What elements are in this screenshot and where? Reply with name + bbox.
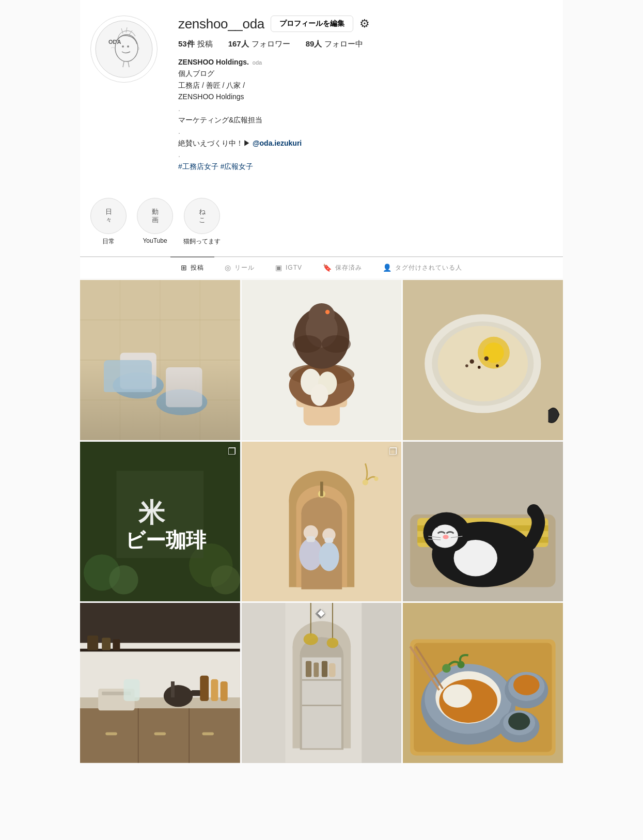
svg-point-147 <box>458 661 465 668</box>
svg-rect-99 <box>202 733 214 736</box>
svg-point-69 <box>319 542 339 571</box>
bio-dot2: . <box>178 126 553 137</box>
tab-tagged[interactable]: 👤 タグ付けされている人 <box>372 257 473 278</box>
grid-item-9[interactable] <box>403 603 563 763</box>
grid-item-2[interactable] <box>242 280 402 440</box>
svg-point-18 <box>156 389 208 415</box>
grid-item-1[interactable] <box>80 280 240 440</box>
highlight-label-nichijo: 日常 <box>102 237 115 246</box>
tab-reels-label: リール <box>234 263 255 272</box>
svg-rect-19 <box>120 353 156 389</box>
tab-tagged-label: タグ付けされている人 <box>395 263 462 272</box>
highlight-item-cat[interactable]: ねこ 猫飼ってます <box>183 198 221 246</box>
grid-icon: ⊞ <box>181 263 187 272</box>
svg-point-139 <box>443 685 472 708</box>
svg-rect-121 <box>302 705 341 706</box>
highlight-label-youtube: YouTube <box>143 237 167 244</box>
edit-profile-button[interactable]: プロフィールを編集 <box>271 15 353 32</box>
highlight-item-nichijo[interactable]: 日々 日常 <box>90 198 127 246</box>
svg-rect-72 <box>324 537 333 542</box>
diamond-post-icon-8: ◆ <box>318 607 325 618</box>
bio-hashtags[interactable]: #工務店女子 #広報女子 <box>178 162 253 170</box>
followers-count: 167人 <box>228 39 249 49</box>
bio-section: ZENSHOO Holdings. oda 個人ブログ 工務店 / 善匠 / 八… <box>178 56 553 172</box>
settings-icon[interactable]: ⚙ <box>359 17 370 30</box>
svg-text:ビー珈琲: ビー珈琲 <box>125 528 207 551</box>
svg-rect-108 <box>123 679 139 701</box>
svg-point-145 <box>508 713 530 730</box>
svg-point-43 <box>470 359 474 363</box>
svg-rect-66 <box>320 481 323 496</box>
username: zenshoo__oda <box>178 16 264 32</box>
svg-rect-103 <box>171 681 175 697</box>
svg-point-3 <box>122 45 124 48</box>
multi-post-icon-4: ❐ <box>228 446 236 457</box>
posts-label: 投稿 <box>197 39 213 49</box>
svg-point-142 <box>513 675 540 695</box>
highlight-circle-cat: ねこ <box>184 198 220 234</box>
svg-text:ODA: ODA <box>108 39 121 45</box>
bio-name-suffix: oda <box>253 59 262 66</box>
tab-posts[interactable]: ⊞ 投稿 <box>170 257 214 278</box>
svg-rect-92 <box>80 603 240 643</box>
svg-point-33 <box>325 310 330 314</box>
grid-item-4[interactable]: 米 ビー珈琲 ❐ <box>80 442 240 602</box>
posts-grid: 米 ビー珈琲 ❐ <box>80 280 563 763</box>
following-stat[interactable]: 89人 フォロー中 <box>306 39 364 49</box>
followers-stat[interactable]: 167人 フォロワー <box>228 39 290 49</box>
multi-post-icon-5: ❐ <box>389 446 397 457</box>
svg-point-44 <box>478 366 481 369</box>
avatar-container: ODA <box>90 15 158 83</box>
svg-rect-94 <box>80 708 240 763</box>
svg-rect-125 <box>329 663 336 677</box>
bio-link[interactable]: @oda.iezukuri <box>253 139 302 147</box>
highlight-item-youtube[interactable]: 動画 YouTube <box>137 198 173 246</box>
tab-saved[interactable]: 🔖 保存済み <box>312 257 372 278</box>
bio-line4: マーケティング&広報担当 <box>178 114 553 126</box>
svg-rect-104 <box>191 690 201 696</box>
reels-icon: ◎ <box>225 263 231 272</box>
tab-igtv[interactable]: ▣ IGTV <box>265 257 312 278</box>
svg-point-127 <box>303 633 318 645</box>
tab-reels[interactable]: ◎ リール <box>214 257 265 278</box>
svg-rect-131 <box>362 603 401 763</box>
bio-line3: ZENSHOO Holdings <box>178 91 553 102</box>
bio-line2: 工務店 / 善匠 / 八家 / <box>178 80 553 91</box>
svg-point-86 <box>443 535 449 539</box>
svg-rect-111 <box>102 638 111 650</box>
grid-item-6[interactable] <box>403 442 563 602</box>
svg-rect-110 <box>87 636 98 650</box>
grid-item-7[interactable] <box>80 603 240 763</box>
tab-igtv-label: IGTV <box>286 264 302 271</box>
svg-rect-71 <box>306 536 315 542</box>
svg-point-34 <box>292 335 321 353</box>
following-label: フォロー中 <box>324 39 363 49</box>
profile-section: ODA <box>80 0 563 193</box>
svg-point-50 <box>109 565 138 594</box>
svg-point-17 <box>113 372 164 399</box>
svg-rect-20 <box>166 367 202 407</box>
bio-line5: 絶賛いえづくり中！▶ <box>178 139 250 147</box>
svg-point-45 <box>484 356 489 361</box>
svg-point-129 <box>326 638 338 648</box>
svg-point-46 <box>496 364 499 367</box>
svg-rect-112 <box>113 640 120 650</box>
svg-rect-98 <box>105 733 117 736</box>
stats-row: 53件 投稿 167人 フォロワー 89人 フォロー中 <box>178 39 553 49</box>
svg-point-146 <box>442 664 451 673</box>
highlights-section: 日々 日常 動画 YouTube ねこ 猫飼ってます <box>80 193 563 257</box>
svg-point-4 <box>127 45 129 48</box>
bio-line5-container: 絶賛いえづくり中！▶ @oda.iezukuri <box>178 137 553 149</box>
posts-count: 53件 <box>178 39 195 49</box>
svg-rect-130 <box>242 603 285 763</box>
followers-label: フォロワー <box>252 39 290 49</box>
grid-item-8[interactable]: ◆ <box>242 603 402 763</box>
svg-rect-123 <box>313 663 319 677</box>
svg-rect-122 <box>306 661 311 677</box>
tab-posts-label: 投稿 <box>191 263 204 272</box>
grid-item-5[interactable]: ❐ <box>242 442 402 602</box>
bio-dot3: . <box>178 149 553 160</box>
svg-text:米: 米 <box>138 498 166 527</box>
svg-point-64 <box>301 497 342 529</box>
grid-item-3[interactable] <box>403 280 563 440</box>
